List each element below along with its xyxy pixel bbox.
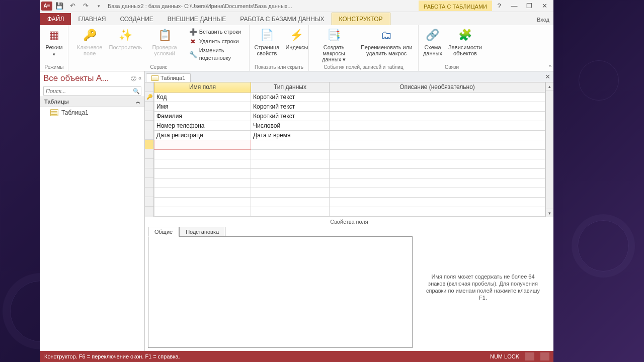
cell-name[interactable]: Имя bbox=[154, 102, 251, 111]
tab-file[interactable]: ФАЙЛ bbox=[40, 13, 71, 25]
nav-search: 🔍 bbox=[43, 86, 141, 96]
select-all-corner[interactable] bbox=[145, 82, 153, 92]
save-icon[interactable]: 💾 bbox=[53, 1, 65, 12]
document-tab-table1[interactable]: Таблица1 bbox=[146, 73, 191, 82]
table-row bbox=[154, 168, 545, 178]
undo-icon[interactable]: ↶ bbox=[66, 1, 78, 12]
cell-desc[interactable] bbox=[330, 111, 545, 121]
row-selector[interactable] bbox=[145, 140, 153, 149]
tab-home[interactable]: ГЛАВНАЯ bbox=[71, 13, 113, 25]
cell-type[interactable]: Короткий текст bbox=[251, 92, 330, 102]
cell-name[interactable] bbox=[154, 140, 251, 149]
row-selector[interactable] bbox=[145, 102, 153, 111]
status-text: Конструктор. F6 = переключение окон. F1 … bbox=[44, 353, 180, 359]
row-selector[interactable] bbox=[145, 130, 153, 140]
modify-lookups-button[interactable]: 🔧Изменить подстановку bbox=[188, 46, 246, 62]
qat-dropdown-icon[interactable]: ▾ bbox=[93, 1, 105, 12]
tab-general[interactable]: Общие bbox=[148, 227, 179, 237]
property-sheet-body[interactable] bbox=[148, 236, 413, 348]
delete-rows-button[interactable]: ✖Удалить строки bbox=[188, 37, 246, 46]
cell-desc[interactable] bbox=[330, 140, 545, 149]
relationships-button[interactable]: 🔗 Схема данных bbox=[421, 26, 445, 57]
search-input[interactable] bbox=[44, 87, 132, 95]
restore-icon[interactable]: ❐ bbox=[522, 1, 536, 12]
sign-in-link[interactable]: Вход bbox=[533, 14, 553, 25]
vertical-scrollbar[interactable]: ▴ ▾ bbox=[545, 82, 553, 217]
nav-dropdown-icon[interactable]: ⓥ bbox=[131, 75, 136, 82]
table-row: КодКороткий текст bbox=[154, 92, 545, 102]
col-field-name[interactable]: Имя поля bbox=[154, 82, 251, 92]
cell-desc[interactable] bbox=[330, 102, 545, 111]
validation-button[interactable]: 📋 Проверка условий bbox=[143, 26, 186, 57]
row-selector[interactable] bbox=[145, 188, 153, 197]
nav-category-tables[interactable]: Таблицы ︽ bbox=[40, 97, 144, 107]
table-row bbox=[154, 140, 545, 149]
table-row bbox=[154, 149, 545, 159]
insert-rows-button[interactable]: ➕Вставить строки bbox=[188, 27, 246, 36]
col-data-type[interactable]: Тип данных bbox=[251, 82, 330, 92]
table-icon bbox=[151, 75, 158, 81]
close-document-icon[interactable]: ✕ bbox=[545, 73, 550, 80]
chevron-up-icon: ︽ bbox=[136, 99, 140, 105]
group-links-label: Связи bbox=[422, 64, 482, 71]
cell-desc[interactable] bbox=[330, 130, 545, 140]
datasheet-view-button[interactable] bbox=[525, 352, 534, 360]
tab-design[interactable]: КОНСТРУКТОР bbox=[332, 13, 390, 25]
cell-type[interactable]: Дата и время bbox=[251, 130, 330, 140]
indexes-button[interactable]: ⚡ Индексы bbox=[286, 26, 308, 51]
scroll-down-icon[interactable]: ▾ bbox=[546, 209, 553, 217]
row-selector[interactable] bbox=[145, 168, 153, 178]
group-events-label: События полей, записей и таблиц bbox=[312, 64, 415, 71]
table-row: ФамилияКороткий текст bbox=[154, 111, 545, 121]
macro-icon: 📑 bbox=[326, 27, 342, 43]
tab-create[interactable]: СОЗДАНИЕ bbox=[113, 13, 160, 25]
property-tabs: Общие Подстановка bbox=[148, 226, 413, 236]
design-grid: 🔑 bbox=[145, 82, 553, 217]
help-icon[interactable]: ? bbox=[492, 1, 506, 12]
search-icon[interactable]: 🔍 bbox=[132, 87, 141, 95]
property-sheet-button[interactable]: 📄 Страница свойств bbox=[250, 26, 284, 57]
builder-button[interactable]: ✨ Построитель bbox=[110, 26, 141, 51]
cell-type[interactable]: Короткий текст bbox=[251, 102, 330, 111]
rename-macro-icon: 🗂 bbox=[378, 27, 394, 43]
cell-type[interactable] bbox=[251, 140, 330, 149]
cell-desc[interactable] bbox=[330, 92, 545, 102]
cell-name[interactable]: Код bbox=[154, 92, 251, 102]
row-selector[interactable] bbox=[145, 178, 153, 188]
tab-external-data[interactable]: ВНЕШНИЕ ДАННЫЕ bbox=[160, 13, 233, 25]
table-row bbox=[154, 188, 545, 197]
close-icon[interactable]: ✕ bbox=[537, 1, 551, 12]
cell-name[interactable]: Номер телефона bbox=[154, 121, 251, 130]
table-row: ИмяКороткий текст bbox=[154, 102, 545, 111]
redo-icon[interactable]: ↷ bbox=[79, 1, 92, 12]
row-selector[interactable]: 🔑 bbox=[145, 92, 153, 102]
col-description[interactable]: Описание (необязательно) bbox=[330, 82, 545, 92]
nav-item-table1[interactable]: Таблица1 bbox=[40, 107, 144, 118]
primary-key-button[interactable]: 🔑 Ключевое поле bbox=[71, 26, 108, 57]
table-icon bbox=[50, 109, 58, 116]
row-selector[interactable] bbox=[145, 111, 153, 121]
nav-title[interactable]: Все объекты A... bbox=[43, 73, 109, 83]
cell-name[interactable]: Фамилия bbox=[154, 111, 251, 121]
nav-collapse-icon[interactable]: « bbox=[138, 75, 141, 82]
tab-lookup[interactable]: Подстановка bbox=[179, 227, 225, 237]
row-selector[interactable] bbox=[145, 207, 153, 216]
view-button[interactable]: ▦ Режим ▾ bbox=[43, 26, 65, 58]
wand-icon: ✨ bbox=[117, 27, 133, 43]
cell-name[interactable]: Дата регистраци bbox=[154, 130, 251, 140]
design-view-button[interactable] bbox=[540, 352, 549, 360]
cell-type[interactable]: Числовой bbox=[251, 121, 330, 130]
object-dependencies-button[interactable]: 🧩 Зависимости объектов bbox=[447, 26, 483, 57]
scroll-up-icon[interactable]: ▴ bbox=[546, 82, 553, 90]
row-selector[interactable] bbox=[145, 121, 153, 130]
cell-type[interactable]: Короткий текст bbox=[251, 111, 330, 121]
cell-desc[interactable] bbox=[330, 121, 545, 130]
rename-delete-macro-button[interactable]: 🗂 Переименовать или удалить макрос bbox=[358, 26, 415, 57]
row-selector[interactable] bbox=[145, 149, 153, 159]
tab-database-tools[interactable]: РАБОТА С БАЗАМИ ДАННЫХ bbox=[233, 13, 331, 25]
create-data-macros-button[interactable]: 📑 Создать макросы данных ▾ bbox=[312, 26, 356, 63]
row-selector[interactable] bbox=[145, 197, 153, 207]
minimize-icon[interactable]: — bbox=[507, 1, 521, 12]
row-selector[interactable] bbox=[145, 159, 153, 168]
collapse-ribbon-icon[interactable]: ^ bbox=[549, 64, 551, 70]
